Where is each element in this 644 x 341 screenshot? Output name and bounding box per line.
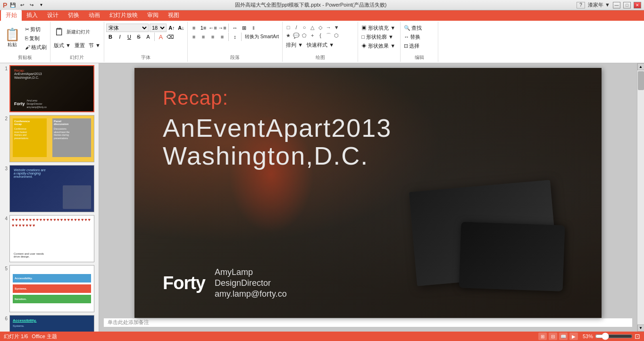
shape-more[interactable]: ▼ (333, 24, 340, 31)
help-btn[interactable]: ? (577, 2, 585, 8)
text-align-btn[interactable]: ⊞ (240, 24, 249, 32)
slide-sorter-btn[interactable]: ⊟ (549, 333, 557, 340)
numbering-btn[interactable]: 1≡ (199, 24, 208, 32)
columns-btn[interactable]: ⫴ (250, 24, 258, 32)
slide-item-2[interactable]: 2 Conferencerecap Conferencemost fastest… (2, 115, 97, 162)
copy-button[interactable]: ⎘ 复制 (24, 34, 48, 42)
tab-insert[interactable]: 插入 (22, 10, 42, 21)
font-color-btn[interactable]: A (157, 33, 165, 41)
slide-thumb-6[interactable]: Accessibility. Systems. Website creation… (9, 315, 94, 332)
paste-button[interactable]: 📋 粘贴 (2, 24, 23, 52)
main-area: Recap: AnEventApart2013 Washington,D.C. … (99, 63, 637, 332)
slide-item-3[interactable]: 3 Website creations area rapidly-changin… (2, 165, 97, 212)
bullets-btn[interactable]: ≡ (190, 24, 198, 32)
tab-slideshow[interactable]: 幻灯片放映 (105, 10, 142, 21)
align-left-btn[interactable]: ≡ (190, 33, 198, 41)
slide-item-1[interactable]: 1 Recap: AnEventApart2013 Washington,D.C… (2, 65, 97, 112)
shape-line[interactable]: / (293, 24, 300, 31)
shape-effect-btn[interactable]: ◈ 形状效果 ▼ (360, 42, 397, 50)
reset-button[interactable]: 重置 (73, 41, 86, 50)
restore-btn[interactable]: □ (623, 2, 631, 8)
quick-redo[interactable]: ↪ (28, 1, 35, 9)
font-size-select[interactable]: 18 (150, 24, 167, 32)
tab-design[interactable]: 设计 (42, 10, 63, 21)
arrange-btn[interactable]: 排列 ▼ (284, 41, 304, 49)
replace-btn[interactable]: ↔ 替换 (402, 33, 422, 41)
shape-outline-btn[interactable]: □ 形状轮廓 ▼ (360, 33, 395, 41)
tab-home[interactable]: 开始 (1, 10, 22, 21)
section-button[interactable]: 节 ▼ (87, 41, 102, 50)
italic-btn[interactable]: I (116, 33, 124, 41)
shape-ribbon[interactable]: ⌒ (325, 32, 332, 39)
linespace-btn[interactable]: ↕ (231, 33, 239, 41)
slide-thumb-2[interactable]: Conferencerecap Conferencemost fastestth… (9, 115, 94, 162)
normal-view-btn[interactable]: ⊞ (538, 333, 547, 340)
shape-pentagon[interactable]: ⬠ (301, 32, 308, 39)
bold-btn[interactable]: B (106, 33, 115, 41)
layout-button[interactable]: 版式 ▼ (52, 41, 72, 50)
scroll-down-btn[interactable]: ▼ (637, 324, 644, 332)
indent-less-btn[interactable]: ←≡ (209, 24, 217, 32)
quick-undo[interactable]: ↩ (18, 1, 26, 9)
slideshow-btn[interactable]: ▶ (569, 333, 578, 340)
slide-thumb-3[interactable]: Website creations area rapidly-changinge… (9, 165, 94, 212)
shape-cross[interactable]: + (309, 32, 316, 39)
quickstyles-btn[interactable]: 快速样式 ▼ (305, 41, 335, 49)
close-btn[interactable]: ✕ (634, 2, 641, 8)
vertical-scrollbar[interactable]: ▲ ▼ (637, 63, 644, 332)
slide-thumb-1[interactable]: Recap: AnEventApart2013 Washington,D.C. … (9, 65, 94, 112)
main-slide[interactable]: Recap: AnEventApart2013 Washington,D.C. … (134, 68, 602, 318)
scroll-up-btn[interactable]: ▲ (637, 63, 644, 70)
tab-review[interactable]: 审阅 (142, 10, 163, 21)
font-decrease-btn[interactable]: A↓ (177, 24, 185, 32)
slide-item-4[interactable]: 4 ♥♥♥♥♥♥♥♥♥♥♥♥♥♥♥♥♥♥♥♥♥♥♥♥♥♥♥♥♥♥ Content… (2, 215, 97, 262)
tab-transitions[interactable]: 切换 (63, 10, 84, 21)
shape-diamond[interactable]: ◇ (317, 24, 324, 31)
zoom-fit-btn[interactable]: ⊡ (635, 333, 640, 340)
reading-view-btn[interactable]: 📖 (559, 333, 568, 340)
shape-fill-btn[interactable]: ▣ 形状填充 ▼ (360, 24, 397, 32)
new-slide-button[interactable]: 🗒 新建幻灯片 (52, 24, 102, 41)
select-btn[interactable]: ⊡ 选择 (402, 42, 421, 50)
quick-save[interactable]: 💾 (9, 1, 17, 9)
notes-area[interactable]: 单击此处添加备注 (104, 318, 632, 327)
quick-customize[interactable]: ▼ (37, 1, 45, 9)
clear-format-btn[interactable]: ⌫ (166, 33, 175, 41)
underline-btn[interactable]: U (125, 33, 134, 41)
scroll-thumb[interactable] (638, 71, 644, 90)
zoom-slider[interactable] (595, 333, 633, 339)
minimize-btn[interactable]: — (613, 2, 620, 8)
format-button[interactable]: 🖌 格式刷 (24, 43, 48, 51)
font-name-select[interactable]: 宋体 (106, 24, 149, 32)
user-account[interactable]: 漆家年 ▼ (588, 1, 610, 8)
shape-star[interactable]: ★ (284, 32, 292, 39)
find-btn[interactable]: 🔍 查找 (402, 24, 423, 32)
scroll-track[interactable] (637, 70, 644, 324)
smartart-btn[interactable]: 转换为 SmartArt (243, 33, 280, 41)
tab-animations[interactable]: 动画 (84, 10, 105, 21)
shadow-btn[interactable]: A (144, 33, 152, 41)
slide-thumb-5[interactable]: Accessibility. Systems. Iteration. (9, 265, 94, 312)
tab-view[interactable]: 视图 (163, 10, 184, 21)
shape-triangle[interactable]: △ (309, 24, 316, 31)
shape-rect[interactable]: □ (284, 24, 292, 31)
slide-thumb-4[interactable]: ♥♥♥♥♥♥♥♥♥♥♥♥♥♥♥♥♥♥♥♥♥♥♥♥♥♥♥♥♥♥ Content a… (9, 215, 94, 262)
text-dir-btn[interactable]: ↔ (231, 24, 239, 32)
shape-cube[interactable]: ⬡ (333, 32, 340, 39)
ribbon-group-clipboard: 📋 粘贴 ✂ 剪切 ⎘ 复制 🖌 格式刷 剪贴板 (0, 22, 50, 62)
shape-callout[interactable]: 💬 (293, 32, 300, 39)
slide-item-5[interactable]: 5 Accessibility. Systems. Iteration. (2, 265, 97, 312)
font-increase-btn[interactable]: A↑ (167, 24, 176, 32)
strikethrough-btn[interactable]: S (134, 33, 143, 41)
indent-more-btn[interactable]: →≡ (218, 24, 226, 32)
shape-brace[interactable]: { (317, 32, 324, 39)
titlebar: P 💾 ↩ ↪ ▼ 固外高端大气全图型ppt模板下载.pptx - PowerP… (0, 0, 644, 10)
align-center-btn[interactable]: ≡ (199, 33, 208, 41)
shape-circle[interactable]: ○ (301, 24, 308, 31)
slide-panel[interactable]: 1 Recap: AnEventApart2013 Washington,D.C… (0, 63, 99, 332)
justify-btn[interactable]: ≡ (218, 33, 226, 41)
shape-arrow[interactable]: → (325, 24, 332, 31)
slide-item-6[interactable]: 6 Accessibility. Systems. Website creati… (2, 315, 97, 332)
cut-button[interactable]: ✂ 剪切 (24, 25, 48, 33)
align-right-btn[interactable]: ≡ (209, 33, 217, 41)
